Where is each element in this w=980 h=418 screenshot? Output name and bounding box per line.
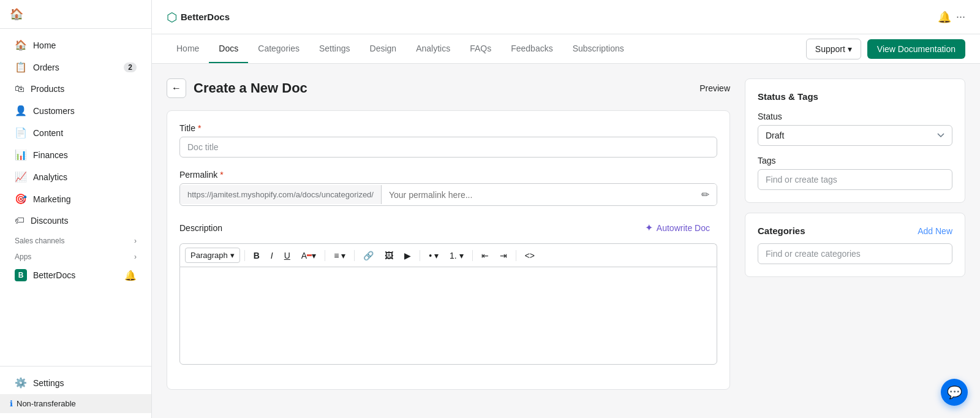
permalink-input[interactable] [382,185,694,205]
tab-settings[interactable]: Settings [309,35,360,63]
non-transferable-notice: ℹ Non-transferable [0,394,151,413]
permalink-field-group: Permalink * https://jamitest.myshopify.c… [179,170,717,206]
toolbar-separator-4 [420,250,420,261]
tab-feedbacks[interactable]: Feedbacks [501,35,562,63]
description-label: Description [179,223,222,233]
sidebar-item-settings[interactable]: ⚙️ Settings [5,372,146,393]
apps-chevron: › [134,253,137,261]
sidebar: 🏠 🏠 Home 📋 Orders 2 🛍 Products 👤 Custome… [0,0,152,418]
nav-tabs-list: Home Docs Categories Settings Design Ana… [167,35,634,63]
tags-input[interactable] [758,169,952,190]
add-new-link[interactable]: Add New [918,226,952,236]
orders-icon: 📋 [15,61,27,73]
sidebar-item-label: Home [33,40,56,50]
sidebar-item-discounts[interactable]: 🏷 Discounts [5,210,146,231]
form-header-left: ← Create a New Doc [167,78,307,98]
main-area: ⬡ BetterDocs 🔔 ··· Home Docs Categories … [152,0,980,418]
title-field-group: Title * [179,123,717,158]
underline-button[interactable]: U [280,248,295,263]
topbar-right: 🔔 ··· [938,10,965,24]
status-tags-card: Status & Tags Status Draft Published Tag… [745,78,965,203]
sidebar-item-finances[interactable]: 📊 Finances [5,144,146,165]
nav-tabs-actions: Support ▾ View Documentation [806,39,965,59]
italic-button[interactable]: I [266,248,277,263]
status-tags-title: Status & Tags [758,91,952,102]
title-input[interactable] [179,137,717,158]
permalink-row: https://jamitest.myshopify.com/a/docs/un… [179,183,717,206]
paragraph-select[interactable]: Paragraph ▾ [185,248,240,263]
sales-channels-section[interactable]: Sales channels › [0,232,151,248]
sidebar-item-betterdocs[interactable]: B BetterDocs 🔔 [5,264,146,286]
sidebar-item-label: Orders [33,63,59,72]
paragraph-label: Paragraph [190,251,228,260]
toolbar-separator-5 [472,250,473,261]
discounts-icon: 🏷 [15,215,24,226]
editor-body[interactable] [179,267,717,365]
sidebar-item-orders[interactable]: 📋 Orders 2 [5,56,146,78]
link-button[interactable]: 🔗 [359,248,378,263]
video-button[interactable]: ▶ [400,248,415,263]
permalink-edit-button[interactable]: ✏ [694,184,717,205]
categories-title: Categories [758,226,805,236]
categories-input[interactable] [758,243,952,264]
analytics-icon: 📈 [15,171,27,183]
tab-design[interactable]: Design [360,35,407,63]
sales-channels-label: Sales channels [15,237,64,245]
app-bell-icon: 🔔 [124,270,137,281]
form-card: Title * Permalink * https://jamitest.mys… [167,110,730,390]
app-name-label: BetterDocs [33,270,75,280]
indent-button[interactable]: ⇥ [496,248,511,263]
tab-faqs[interactable]: FAQs [460,35,501,63]
form-header: ← Create a New Doc Preview [167,78,730,98]
sidebar-item-customers[interactable]: 👤 Customers [5,100,146,121]
align-button[interactable]: ≡ ▾ [330,248,350,263]
sales-channels-chevron: › [134,237,137,245]
back-button[interactable]: ← [167,78,186,98]
sidebar-item-products[interactable]: 🛍 Products [5,78,146,99]
topbar-bell-icon[interactable]: 🔔 [938,10,951,24]
autowrite-button[interactable]: ✦ Autowrite Doc [638,218,717,237]
view-documentation-button[interactable]: View Documentation [867,39,965,59]
content-area: ← Create a New Doc Preview Title * [152,64,980,418]
sidebar-item-home[interactable]: 🏠 Home [5,34,146,56]
tab-analytics[interactable]: Analytics [406,35,460,63]
image-button[interactable]: 🖼 [380,248,398,263]
status-select[interactable]: Draft Published [758,125,952,146]
chat-bubble[interactable]: 💬 [941,379,968,406]
apps-section[interactable]: Apps › [0,248,151,264]
sidebar-item-marketing[interactable]: 🎯 Marketing [5,188,146,210]
toolbar-separator-1 [244,250,245,261]
categories-card: Categories Add New [745,213,965,277]
tab-categories[interactable]: Categories [248,35,309,63]
tab-subscriptions[interactable]: Subscriptions [563,35,634,63]
tags-label: Tags [758,156,952,165]
info-icon: ℹ [10,399,13,408]
title-required-marker: * [198,123,201,133]
support-button[interactable]: Support ▾ [806,39,861,59]
sidebar-nav: 🏠 Home 📋 Orders 2 🛍 Products 👤 Customers… [0,29,151,366]
topbar-logo-text: BetterDocs [181,12,230,22]
editor-toolbar: Paragraph ▾ B I U A ▾ ≡ ▾ 🔗 🖼 ▶ [179,243,717,267]
code-button[interactable]: <> [521,248,539,263]
ordered-list-button[interactable]: 1. ▾ [445,248,468,263]
outdent-button[interactable]: ⇤ [477,248,493,263]
betterdocs-app-icon: B [15,269,27,281]
text-color-button[interactable]: A ▾ [297,248,320,263]
topbar-more-icon[interactable]: ··· [956,10,965,23]
permalink-label: Permalink * [179,170,717,180]
title-label: Title * [179,123,717,133]
preview-link[interactable]: Preview [699,83,730,93]
tab-docs[interactable]: Docs [209,35,248,63]
sidebar-item-label: Discounts [31,216,68,226]
settings-icon: ⚙️ [15,377,27,389]
bold-button[interactable]: B [249,248,264,263]
right-panel: Status & Tags Status Draft Published Tag… [745,78,965,403]
sidebar-item-analytics[interactable]: 📈 Analytics [5,166,146,188]
products-icon: 🛍 [15,83,24,94]
sidebar-item-content[interactable]: 📄 Content [5,122,146,143]
page-title: Create a New Doc [194,80,307,96]
support-label: Support [815,44,845,54]
tab-home[interactable]: Home [167,35,209,63]
autowrite-icon: ✦ [645,222,653,234]
unordered-list-button[interactable]: • ▾ [424,248,443,263]
